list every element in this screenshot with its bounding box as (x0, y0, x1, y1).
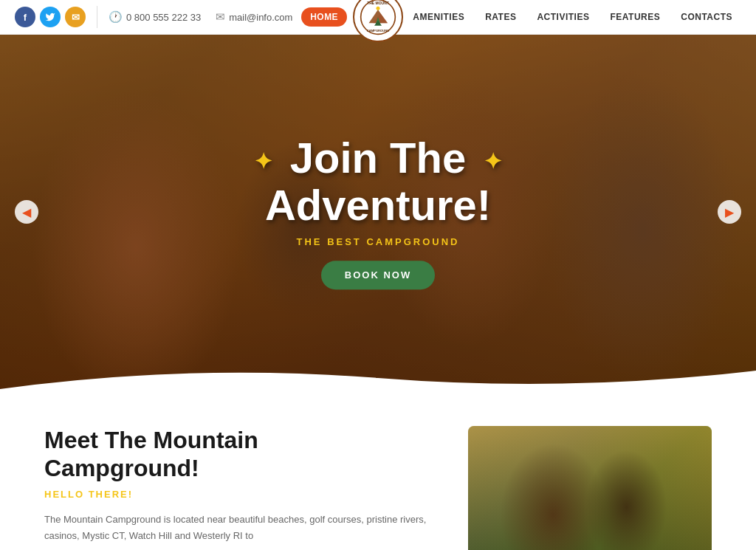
hero-title: ✦ Join The ✦ Adventure! (193, 134, 563, 229)
phone-number: 0 800 555 222 33 (126, 12, 201, 23)
about-text-block: Meet The Mountain Campground! HELLO THER… (44, 426, 431, 550)
twitter-icon[interactable] (40, 7, 61, 27)
sparkle-left-icon: ✦ (254, 149, 272, 173)
svg-text:CAMPGROUND: CAMPGROUND (367, 29, 390, 32)
hero-subtitle: THE BEST CAMPGROUND (193, 236, 563, 247)
hero-next-button[interactable]: ▶ (718, 200, 741, 224)
nav-features[interactable]: FEATURES (601, 7, 669, 27)
phone-icon: 🕐 (109, 10, 123, 24)
book-now-button[interactable]: BOOK NOW (321, 261, 435, 289)
sparkle-right-icon: ✦ (484, 149, 502, 173)
hero-section: ◀ ✦ Join The ✦ Adventure! THE BEST CAMPG… (0, 35, 756, 389)
site-logo[interactable]: THE MOUNT CAMPGROUND (353, 0, 403, 42)
email-contact: ✉ mail@info.com (216, 10, 292, 24)
facebook-icon[interactable]: f (15, 7, 35, 27)
about-title: Meet The Mountain Campground! (44, 426, 431, 483)
social-icons-group: f ✉ (15, 7, 86, 27)
hero-content: ✦ Join The ✦ Adventure! THE BEST CAMPGRO… (193, 134, 563, 289)
contact-info: 🕐 0 800 555 222 33 ✉ mail@info.com (109, 10, 292, 24)
about-image-inner (468, 426, 712, 550)
mail-icon: ✉ (216, 10, 225, 24)
about-section: Meet The Mountain Campground! HELLO THER… (0, 389, 756, 550)
svg-point-6 (377, 7, 380, 10)
about-subtitle: HELLO THERE! (44, 489, 431, 500)
header-divider (97, 6, 97, 28)
nav-activities[interactable]: ACTIVITIES (528, 7, 598, 27)
site-header: f ✉ 🕐 0 800 555 222 33 ✉ mail@info.com T… (0, 0, 756, 35)
logo-circle: THE MOUNT CAMPGROUND (353, 0, 403, 42)
nav-amenities[interactable]: AMENITIES (404, 7, 473, 27)
svg-text:THE MOUNT: THE MOUNT (367, 1, 389, 5)
email-social-icon[interactable]: ✉ (65, 7, 86, 27)
nav-contacts[interactable]: CONTACTS (672, 7, 741, 27)
nav-rates[interactable]: RATES (476, 7, 525, 27)
about-image (468, 426, 712, 550)
about-description: The Mountain Campground is located near … (44, 512, 431, 544)
email-address: mail@info.com (229, 12, 292, 23)
hero-prev-button[interactable]: ◀ (15, 200, 38, 224)
phone-contact: 🕐 0 800 555 222 33 (109, 10, 201, 24)
nav-home[interactable]: HOME (301, 7, 347, 27)
hero-wave (0, 363, 756, 389)
